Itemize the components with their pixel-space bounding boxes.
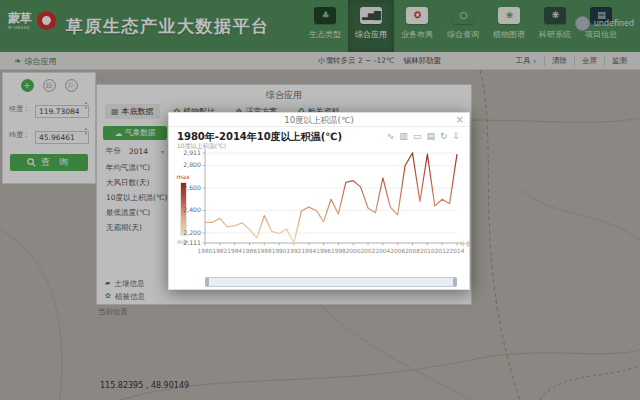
x-tick-label: 2002 [361,248,376,254]
x-tick-label: 2012 [435,248,450,254]
x-tick-label: 1990 [272,248,287,254]
x-tick-label: 1996 [316,248,331,254]
app-root: 蒙草 M·GRASS 草原生态产业大数据平台 ♣生态类型▂▅▇综合应用✪业务布局… [0,0,640,400]
x-tick-label: 2010 [420,248,435,254]
x-tick-label: 1986 [242,248,257,254]
x-tick-label: 1994 [301,248,316,254]
x-tick-label: 2000 [346,248,361,254]
y-tick-label: 2,800 [183,161,201,168]
x-tick-label: 1992 [287,248,302,254]
temperature-line-series[interactable] [205,153,457,243]
y-tick-label: 2,911 [183,149,201,156]
x-tick-label: 2008 [405,248,420,254]
x-tick-label: 1988 [257,248,272,254]
datazoom-slider[interactable] [205,277,457,287]
x-tick-label: 1982 [212,248,227,254]
x-tick-label: 2006 [390,248,405,254]
x-tick-label: 1998 [331,248,346,254]
x-axis-name: 年份 [460,240,471,248]
y-tick-label: 2,600 [183,184,201,191]
close-icon[interactable]: × [456,113,464,126]
accumulated-temperature-modal: 10度以上积温(℃) × 1980年-2014年10度以上积温(℃) ∿▥▭▤↻… [168,112,470,290]
x-tick-label: 1980 [198,248,213,254]
y-tick-label: 2,400 [183,206,201,213]
x-tick-label: 2014 [450,248,465,254]
x-tick-label: 1984 [227,248,242,254]
accumulated-temperature-chart: 10度以上积温(℃)2,1112,2002,4002,6002,8002,911… [171,139,471,277]
y-tick-label: 2,200 [183,229,201,236]
y-tick-label: 2,111 [183,239,201,246]
x-tick-label: 2004 [375,248,390,254]
modal-header: 10度以上积温(℃) × [169,113,469,127]
modal-title: 10度以上积温(℃) [284,115,354,125]
